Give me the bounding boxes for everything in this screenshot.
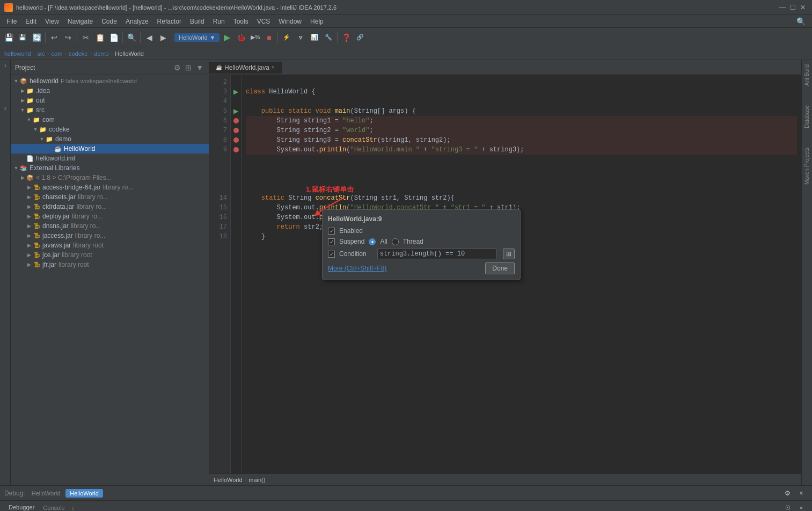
tree-src[interactable]: ▼ 📁 src xyxy=(11,105,209,115)
menu-navigate[interactable]: Navigate xyxy=(63,17,97,26)
done-button[interactable]: Done xyxy=(485,262,515,274)
tree-root[interactable]: ▼ 📦 helloworld F:\idea workspace\hellowo… xyxy=(11,76,209,86)
bp-9[interactable] xyxy=(233,147,239,152)
tab-debugger[interactable]: Debugger xyxy=(4,502,39,512)
project-settings-icon[interactable]: ⚙ xyxy=(173,62,182,73)
toolbar-btn8[interactable]: ⛛ xyxy=(294,31,307,44)
suspend-checkbox[interactable] xyxy=(328,238,335,245)
toolbar-help[interactable]: ❓ xyxy=(340,31,353,44)
menu-window[interactable]: Window xyxy=(274,17,306,26)
minimize-button[interactable]: — xyxy=(779,4,786,11)
tab-close-icon[interactable]: × xyxy=(272,64,275,70)
tree-jar4[interactable]: ▶ 🗜 deploy.jar library ro... xyxy=(11,211,209,221)
bp-8[interactable] xyxy=(233,137,239,143)
tree-jar8[interactable]: ▶ 🗜 jce.jar library root xyxy=(11,250,209,260)
debug-settings-btn[interactable]: ⚙ xyxy=(781,487,794,500)
tree-arrow-src: ▼ xyxy=(19,107,26,113)
more-link[interactable]: More (Ctrl+Shift+F8) xyxy=(328,265,386,272)
console-scroll-icon[interactable]: ↓ xyxy=(71,504,75,512)
project-layout-icon[interactable]: ⊞ xyxy=(184,62,193,73)
toolbar-find[interactable]: 🔍 xyxy=(125,31,138,44)
right-tab-maven[interactable]: Maven Projects xyxy=(803,143,811,189)
menu-help[interactable]: Help xyxy=(306,17,328,26)
nav-helloworld-file[interactable]: HelloWorld xyxy=(115,50,144,57)
tree-jar3[interactable]: ▶ 🗜 cldrdata.jar library ro... xyxy=(11,202,209,211)
menu-build[interactable]: Build xyxy=(186,17,209,26)
menu-edit[interactable]: Edit xyxy=(21,17,41,26)
menu-tools[interactable]: Tools xyxy=(229,17,253,26)
condition-expand-btn[interactable]: ⊞ xyxy=(503,249,515,259)
toolbar-cut[interactable]: ✂ xyxy=(79,31,92,44)
condition-input[interactable] xyxy=(377,249,496,259)
menu-file[interactable]: File xyxy=(2,17,21,26)
toolbar-save[interactable]: 💾 xyxy=(2,31,15,44)
toolbar-save-all[interactable]: 💾 xyxy=(16,31,29,44)
debug-tab-hw1[interactable]: HelloWorld xyxy=(27,489,65,498)
stop-button[interactable]: ■ xyxy=(262,31,275,44)
condition-checkbox[interactable] xyxy=(328,251,335,258)
left-icon-project[interactable]: 1 xyxy=(0,60,11,71)
project-expand-icon[interactable]: ▼ xyxy=(195,62,204,73)
editor-tab-helloworld[interactable]: ☕ HelloWorld.java × xyxy=(209,62,282,74)
nav-codeke[interactable]: codeke xyxy=(69,50,87,57)
menu-refactor[interactable]: Refactor xyxy=(153,17,186,26)
tree-jar7[interactable]: ▶ 🗜 javaws.jar library root xyxy=(11,240,209,250)
tree-ext-libs[interactable]: ▼ 📚 External Libraries xyxy=(11,163,209,173)
run-with-coverage[interactable]: ▶% xyxy=(248,31,261,44)
tree-codeke[interactable]: ▼ 📁 codeke xyxy=(11,125,209,134)
toolbar-nav-back[interactable]: ◀ xyxy=(143,31,156,44)
breadcrumb-main[interactable]: main() xyxy=(248,477,265,483)
menu-analyze[interactable]: Analyze xyxy=(121,17,153,26)
tree-jar9[interactable]: ▶ 🗜 jfr.jar library root xyxy=(11,260,209,269)
menu-vcs[interactable]: VCS xyxy=(253,17,275,26)
enabled-checkbox[interactable] xyxy=(328,228,335,235)
tree-iml[interactable]: 📄 helloworld.iml xyxy=(11,154,209,163)
toolbar-btn10[interactable]: 🔧 xyxy=(322,31,335,44)
menu-run[interactable]: Run xyxy=(209,17,229,26)
run-config[interactable]: HelloWorld ▼ xyxy=(174,33,220,42)
nav-demo[interactable]: demo xyxy=(94,50,109,57)
breadcrumb-helloworld[interactable]: HelloWorld xyxy=(214,477,243,483)
all-radio[interactable] xyxy=(369,238,376,245)
nav-com[interactable]: com xyxy=(52,50,63,57)
toolbar-redo[interactable]: ↪ xyxy=(62,31,75,44)
toolbar-btn7[interactable]: ⚡ xyxy=(280,31,293,44)
toolbar-nav-fwd[interactable]: ▶ xyxy=(157,31,170,44)
thread-radio[interactable] xyxy=(392,238,399,245)
run-button[interactable]: ▶ xyxy=(221,31,233,44)
nav-helloworld[interactable]: helloworld xyxy=(4,50,31,57)
menu-view[interactable]: View xyxy=(41,17,63,26)
left-icon-structure[interactable]: 2 xyxy=(0,103,11,114)
tree-com[interactable]: ▼ 📁 com xyxy=(11,115,209,125)
tab-console[interactable]: Console xyxy=(39,502,69,512)
toolbar-btn9[interactable]: 📊 xyxy=(308,31,321,44)
tree-out[interactable]: ▶ 📁 out xyxy=(11,96,209,105)
search-icon[interactable]: 🔍 xyxy=(792,17,810,26)
tree-demo[interactable]: ▼ 📁 demo xyxy=(11,134,209,144)
debug-close-btn[interactable]: × xyxy=(795,487,808,500)
nav-src[interactable]: src xyxy=(37,50,45,57)
toolbar-sync[interactable]: 🔄 xyxy=(30,31,43,44)
toolbar-undo[interactable]: ↩ xyxy=(48,31,61,44)
tree-jar2[interactable]: ▶ 🗜 charsets.jar library ro... xyxy=(11,192,209,202)
tree-helloworld-java[interactable]: ☕ HelloWorld xyxy=(11,144,209,154)
debug-close-inner-btn[interactable]: × xyxy=(795,501,808,512)
toolbar-link[interactable]: 🔗 xyxy=(354,31,367,44)
close-button[interactable]: ✕ xyxy=(800,4,806,11)
tree-jar5[interactable]: ▶ 🗜 dnsns.jar library ro... xyxy=(11,221,209,231)
tree-jar6[interactable]: ▶ 🗜 jaccess.jar library ro... xyxy=(11,231,209,240)
tree-jdk[interactable]: ▶ 📦 < 1.8 > C:\Program Files... xyxy=(11,173,209,182)
right-tab-database[interactable]: Database xyxy=(803,101,811,133)
right-tab-ant[interactable]: Ant Build xyxy=(803,60,811,90)
tree-jar1[interactable]: ▶ 🗜 access-bridge-64.jar library ro... xyxy=(11,182,209,192)
toolbar-paste[interactable]: 📄 xyxy=(107,31,120,44)
debug-button[interactable]: 🐞 xyxy=(235,31,247,44)
bp-7[interactable] xyxy=(233,128,239,133)
toolbar-copy[interactable]: 📋 xyxy=(93,31,106,44)
tree-idea[interactable]: ▶ 📁 .idea xyxy=(11,86,209,96)
debug-tab-hw2[interactable]: HelloWorld xyxy=(65,489,103,498)
bp-6[interactable] xyxy=(233,118,239,123)
debug-restore-btn[interactable]: ⊡ xyxy=(781,501,794,512)
maximize-button[interactable]: ☐ xyxy=(790,4,796,11)
menu-code[interactable]: Code xyxy=(97,17,121,26)
